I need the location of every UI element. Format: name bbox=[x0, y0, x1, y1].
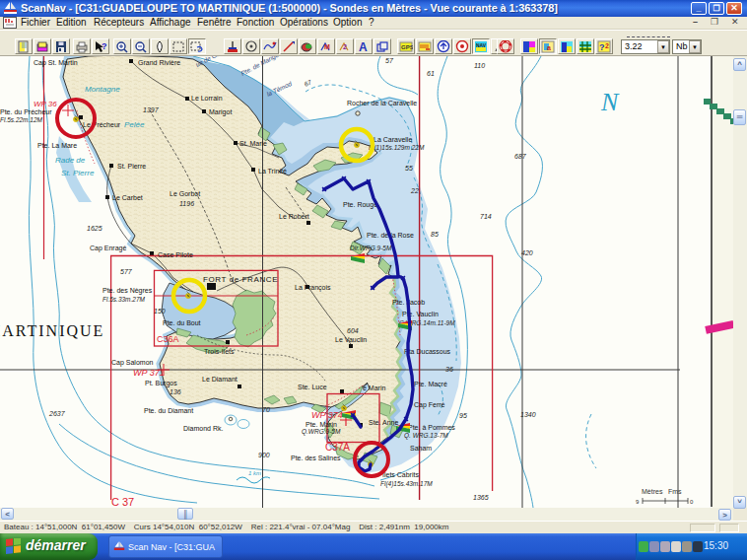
svg-text:Dir.WRG.9-5M: Dir.WRG.9-5M bbox=[350, 245, 392, 251]
svg-text:Pte. à Pommes: Pte. à Pommes bbox=[408, 424, 455, 431]
svg-text:2: 2 bbox=[605, 42, 609, 49]
svg-text:Cap Salomon: Cap Salomon bbox=[111, 359, 154, 367]
svg-text:C 37: C 37 bbox=[111, 496, 134, 508]
svg-text:Grand Rivière: Grand Rivière bbox=[138, 59, 180, 66]
svg-text:36: 36 bbox=[445, 366, 453, 373]
svg-text:Ste. Luce: Ste. Luce bbox=[298, 384, 327, 390]
svg-text:Le Carbet: Le Carbet bbox=[112, 194, 143, 201]
svg-text:Fl(4)15s.43m.17M: Fl(4)15s.43m.17M bbox=[380, 480, 433, 488]
svg-text:Fl(1)15s.129m 22M: Fl(1)15s.129m 22M bbox=[369, 144, 425, 152]
svg-text:Fms: Fms bbox=[668, 488, 682, 495]
svg-text:La François: La François bbox=[295, 284, 331, 292]
svg-text:Montagne: Montagne bbox=[85, 85, 120, 94]
svg-text:2: 2 bbox=[343, 43, 347, 50]
svg-text:61: 61 bbox=[427, 70, 435, 77]
svg-text:1397: 1397 bbox=[143, 106, 160, 113]
svg-text:Fl.5s.33m.27M: Fl.5s.33m.27M bbox=[102, 296, 146, 303]
svg-text:2637: 2637 bbox=[48, 410, 66, 417]
svg-text:57: 57 bbox=[385, 57, 394, 64]
svg-text:La Caravelle: La Caravelle bbox=[374, 136, 412, 143]
svg-text:Ste. Anne: Ste. Anne bbox=[369, 419, 398, 426]
svg-text:70: 70 bbox=[262, 406, 270, 413]
svg-text:604: 604 bbox=[347, 327, 359, 334]
svg-text:St. Pierre: St. Pierre bbox=[61, 169, 95, 177]
svg-text:Saham: Saham bbox=[410, 445, 432, 452]
svg-text:Le Robert: Le Robert bbox=[279, 213, 309, 220]
svg-text:Pte. La Mare: Pte. La Mare bbox=[37, 142, 77, 149]
svg-text:Le Précheur: Le Précheur bbox=[83, 121, 121, 128]
svg-text:N: N bbox=[600, 88, 620, 116]
svg-text:NAV: NAV bbox=[476, 42, 487, 48]
svg-text:Le Diamant: Le Diamant bbox=[202, 376, 238, 383]
svg-text:St. Pierre: St. Pierre bbox=[117, 163, 146, 170]
svg-text:1365: 1365 bbox=[473, 494, 489, 501]
svg-text:Pt. Burgos: Pt. Burgos bbox=[145, 380, 177, 387]
svg-text:Cap St. Martin: Cap St. Martin bbox=[34, 59, 78, 67]
svg-text:Pelée: Pelée bbox=[124, 120, 145, 129]
svg-text:Cap Ferré: Cap Ferré bbox=[414, 401, 445, 409]
svg-text:a: a bbox=[547, 44, 551, 51]
svg-text:?: ? bbox=[102, 41, 107, 51]
svg-text:Le Vauclin: Le Vauclin bbox=[335, 336, 367, 343]
svg-text:577: 577 bbox=[120, 268, 133, 275]
svg-text:Marigot: Marigot bbox=[209, 108, 232, 116]
svg-text:Pte. du Précheur: Pte. du Précheur bbox=[0, 108, 52, 115]
svg-text:Case Pilote: Case Pilote bbox=[158, 251, 193, 258]
svg-text:M: M bbox=[324, 43, 330, 50]
svg-text:1 km: 1 km bbox=[248, 470, 261, 476]
svg-text:C36A: C36A bbox=[157, 334, 179, 344]
svg-text:420: 420 bbox=[521, 249, 533, 256]
svg-text:Le Gorbot: Le Gorbot bbox=[170, 190, 200, 197]
svg-text:Pta Ducassous: Pta Ducassous bbox=[404, 348, 451, 355]
svg-text:FORT de FRANCE: FORT de FRANCE bbox=[203, 275, 278, 284]
svg-text:714: 714 bbox=[480, 213, 492, 220]
svg-text:1196: 1196 bbox=[179, 200, 194, 207]
svg-text:Pte. du Bout: Pte. du Bout bbox=[163, 319, 201, 326]
svg-text:Fl.5s.22m.12M: Fl.5s.22m.12M bbox=[0, 116, 43, 123]
svg-text:Pte. des Nègres: Pte. des Nègres bbox=[102, 287, 153, 295]
svg-text:1625: 1625 bbox=[87, 225, 102, 232]
svg-text:Pte. des Salines: Pte. des Salines bbox=[291, 455, 341, 461]
svg-text:Rade de: Rade de bbox=[55, 156, 86, 165]
svg-text:Pte. Macré: Pte. Macré bbox=[414, 381, 447, 387]
svg-text:22: 22 bbox=[410, 187, 419, 194]
svg-text:e Marin: e Marin bbox=[363, 385, 385, 391]
svg-text:La Trinité: La Trinité bbox=[258, 168, 287, 175]
svg-text:150: 150 bbox=[154, 308, 166, 315]
svg-text:WP 36: WP 36 bbox=[34, 100, 57, 108]
svg-text:85: 85 bbox=[431, 231, 439, 238]
svg-text:WP 374: WP 374 bbox=[311, 410, 343, 420]
svg-text:95: 95 bbox=[459, 412, 467, 419]
svg-text:Ilets Cabrits: Ilets Cabrits bbox=[382, 471, 419, 478]
svg-text:1340: 1340 bbox=[520, 411, 536, 418]
svg-text:136: 136 bbox=[170, 388, 181, 395]
svg-text:St. Marie: St. Marie bbox=[239, 140, 267, 147]
svg-text:Trois-Ilets: Trois-Ilets bbox=[204, 348, 235, 355]
svg-text:110: 110 bbox=[474, 62, 485, 69]
svg-text:Pte. Rouge: Pte. Rouge bbox=[343, 201, 377, 209]
svg-text:Diamond Rk.: Diamond Rk. bbox=[183, 425, 224, 432]
svg-text:Q.WRG.9-5M: Q.WRG.9-5M bbox=[302, 428, 341, 436]
svg-text:687: 687 bbox=[514, 153, 527, 160]
svg-text:Pte. du Diamant: Pte. du Diamant bbox=[144, 407, 193, 414]
svg-text:55: 55 bbox=[405, 165, 413, 172]
svg-text:Mètres: Mètres bbox=[642, 488, 663, 495]
svg-text:Cap Enragé: Cap Enragé bbox=[90, 245, 126, 252]
svg-text:C37A: C37A bbox=[325, 442, 350, 453]
svg-text:GPS: GPS bbox=[401, 44, 413, 50]
svg-text:Le Lorrain: Le Lorrain bbox=[191, 95, 223, 102]
svg-text:900: 900 bbox=[258, 452, 270, 458]
svg-text:Q. WRG.13-7M: Q. WRG.13-7M bbox=[404, 432, 448, 440]
svg-text:MARTINIQUE: MARTINIQUE bbox=[0, 322, 104, 339]
svg-text:?: ? bbox=[599, 42, 605, 52]
svg-text:Rocher de la Caravelle: Rocher de la Caravelle bbox=[347, 100, 417, 106]
svg-text:A: A bbox=[359, 40, 368, 53]
svg-text:Pte. Marin: Pte. Marin bbox=[306, 421, 337, 428]
